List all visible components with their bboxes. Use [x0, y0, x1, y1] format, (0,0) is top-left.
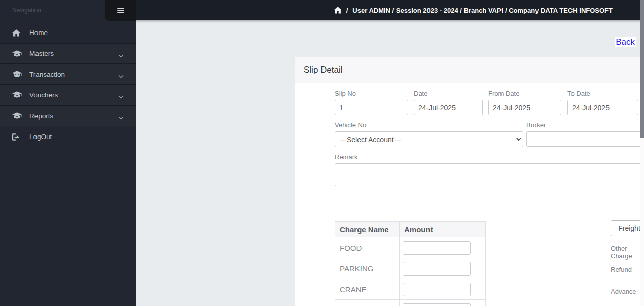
sidebar-header: Navigation: [0, 0, 136, 21]
amount-input[interactable]: [403, 303, 471, 306]
sidebar-toggle-button[interactable]: [105, 0, 136, 21]
broker-label: Broker: [526, 121, 644, 129]
remark-textarea[interactable]: [335, 163, 644, 186]
from-date-input[interactable]: [488, 100, 561, 115]
graduation-cap-icon: [12, 91, 25, 98]
slip-no-field-group: Slip No: [335, 90, 408, 115]
sidebar-item-label: Vouchers: [29, 91, 58, 99]
to-date-field-group: To Date: [567, 90, 638, 115]
to-date-label: To Date: [567, 90, 638, 97]
graduation-cap-icon: [12, 71, 25, 78]
table-row: FOOD: [335, 237, 486, 258]
sidebar-item-transaction[interactable]: Transaction: [0, 64, 136, 85]
date-input[interactable]: [414, 100, 483, 115]
freight-button[interactable]: Freight: [611, 220, 644, 236]
sidebar-item-label: Transaction: [29, 71, 65, 78]
breadcrumb-text: User ADMIN / Session 2023 - 2024 / Branc…: [352, 7, 613, 14]
slip-detail-card: Slip Detail Slip No Date From Date To Da…: [295, 57, 644, 306]
chevron-down-icon: [118, 72, 124, 80]
main-content: Back Slip Detail Slip No Date From Date …: [136, 20, 644, 306]
chevron-down-icon: [118, 114, 124, 121]
remark-label: Remark: [335, 153, 644, 161]
to-date-input[interactable]: [567, 100, 638, 115]
from-date-field-group: From Date: [488, 90, 561, 115]
amount-input[interactable]: [403, 262, 471, 276]
charges-table: Charge Name Amount FOOD PARKING CRANE: [335, 221, 486, 306]
charge-name-cell: CRANE: [335, 279, 400, 300]
sidebar-item-vouchers[interactable]: Vouchers: [0, 85, 136, 106]
sidebar: Navigation Home Masters Tran: [0, 0, 136, 306]
chevron-down-icon: [118, 52, 124, 59]
graduation-cap-icon: [12, 112, 25, 119]
date-field-group: Date: [414, 90, 483, 115]
broker-field-group: Broker: [526, 121, 644, 147]
card-header: Slip Detail: [295, 57, 644, 83]
broker-input[interactable]: [526, 131, 644, 147]
sign-out-icon: [12, 133, 25, 141]
sidebar-item-home[interactable]: Home: [0, 22, 136, 43]
sidebar-item-label: Masters: [29, 50, 54, 57]
amount-input[interactable]: [403, 241, 471, 255]
vehicle-no-field-group: Vehicle No ---Select Account---: [335, 121, 523, 147]
amount-column-header: Amount: [400, 222, 486, 237]
charge-name-cell: LOADING2: [335, 300, 400, 306]
sidebar-item-label: Reports: [29, 112, 53, 120]
remark-field-group: Remark: [335, 153, 644, 188]
page-title: Slip Detail: [304, 65, 343, 75]
slip-no-input[interactable]: [335, 100, 408, 115]
breadcrumb-separator: /: [346, 7, 348, 14]
advance-label: Advance: [611, 288, 636, 295]
charge-name-cell: PARKING: [335, 258, 400, 279]
home-icon: [12, 29, 25, 37]
charge-name-cell: FOOD: [335, 237, 400, 258]
table-row: PARKING: [335, 258, 486, 279]
other-charge-label: Other Charge: [611, 245, 632, 260]
sidebar-title: Navigation: [12, 7, 41, 14]
vertical-scrollbar-track[interactable]: [640, 0, 644, 306]
graduation-cap-icon: [12, 50, 25, 57]
back-link[interactable]: Back: [615, 37, 636, 47]
sidebar-item-logout[interactable]: LogOut: [0, 126, 136, 147]
refund-label: Refund: [611, 266, 632, 274]
amount-input[interactable]: [403, 283, 471, 296]
sidebar-item-reports[interactable]: Reports: [0, 106, 136, 126]
chevron-down-icon: [118, 93, 124, 100]
table-row: LOADING2: [335, 300, 486, 306]
slip-no-label: Slip No: [335, 90, 408, 97]
sidebar-item-label: Home: [29, 29, 48, 37]
charges-header-row: Charge Name Amount: [335, 222, 486, 237]
sidebar-item-masters[interactable]: Masters: [0, 43, 136, 64]
hamburger-icon: [117, 8, 124, 9]
vertical-scrollbar-thumb[interactable]: [640, 0, 644, 138]
date-label: Date: [414, 90, 483, 97]
from-date-label: From Date: [488, 90, 561, 97]
sidebar-nav: Home Masters Transaction Vouchers: [0, 21, 136, 147]
sidebar-item-label: LogOut: [29, 133, 52, 141]
home-icon[interactable]: [334, 7, 342, 14]
charge-name-column-header: Charge Name: [335, 222, 400, 237]
vehicle-no-select[interactable]: ---Select Account---: [335, 131, 523, 147]
table-row: CRANE: [335, 279, 486, 300]
vehicle-no-label: Vehicle No: [335, 121, 523, 129]
